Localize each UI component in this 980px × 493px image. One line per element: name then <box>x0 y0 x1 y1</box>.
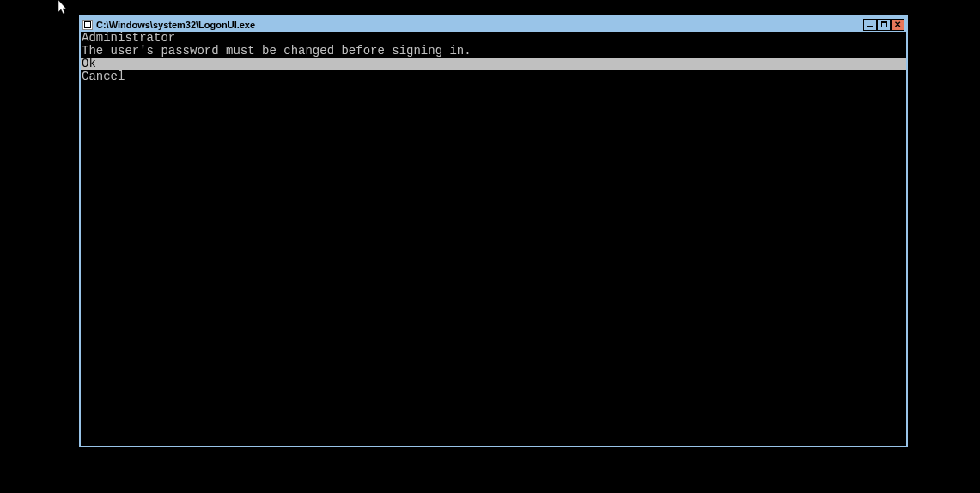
close-button[interactable]: ✕ <box>891 19 904 31</box>
minimize-icon <box>867 26 873 27</box>
cancel-option[interactable]: Cancel <box>81 70 906 83</box>
window-title: C:\Windows\system32\LogonUI.exe <box>96 20 860 30</box>
username-line: Administrator <box>81 32 906 45</box>
minimize-button[interactable] <box>863 19 877 31</box>
console-window: C:\Windows\system32\LogonUI.exe ✕ Admini… <box>79 15 908 447</box>
ok-option[interactable]: Ok <box>81 58 906 70</box>
maximize-icon <box>881 21 887 27</box>
close-icon: ✕ <box>894 21 901 29</box>
svg-rect-1 <box>85 22 90 27</box>
window-icon <box>82 20 93 30</box>
message-line: The user's password must be changed befo… <box>81 45 906 58</box>
window-controls: ✕ <box>863 19 904 31</box>
console-client-area: Administrator The user's password must b… <box>81 32 906 446</box>
maximize-button[interactable] <box>877 19 891 31</box>
mouse-cursor <box>58 0 69 15</box>
titlebar[interactable]: C:\Windows\system32\LogonUI.exe ✕ <box>81 17 906 32</box>
